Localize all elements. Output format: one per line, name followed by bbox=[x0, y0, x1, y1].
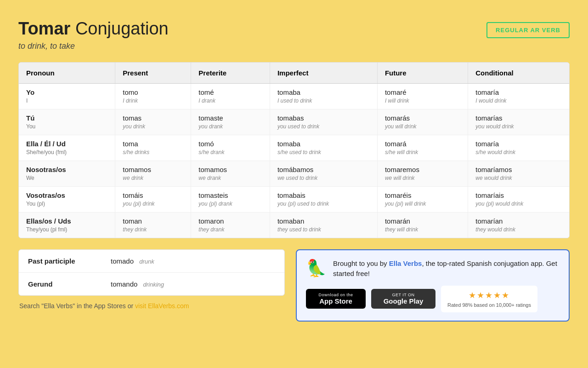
promo-text: Brought to you by Ella Verbs, the top-ra… bbox=[333, 259, 560, 279]
table-row: Vosotras/osYou (pl)tomáisyou (pl) drinkt… bbox=[19, 186, 569, 212]
participle-box: Past participle tomado drunk Gerund toma… bbox=[18, 249, 285, 296]
past-participle-label: Past participle bbox=[28, 257, 111, 265]
past-participle-value: tomado drunk bbox=[111, 257, 154, 265]
promo-box: 🦜 Brought to you by Ella Verbs, the top-… bbox=[296, 249, 570, 322]
conjugation-table-container: Pronoun Present Preterite Imperfect Futu… bbox=[18, 62, 570, 238]
bottom-row: Past participle tomado drunk Gerund toma… bbox=[18, 249, 570, 322]
cell-future: tomaréI will drink bbox=[377, 83, 468, 109]
ella-verbs-promo-link[interactable]: Ella Verbs bbox=[389, 259, 422, 267]
col-header-future: Future bbox=[377, 63, 468, 84]
past-participle-row: Past participle tomado drunk bbox=[19, 250, 284, 273]
cell-preterite: tomamoswe drank bbox=[191, 161, 270, 186]
cell-future: tomaréisyou (pl) will drink bbox=[377, 186, 468, 212]
table-header-row: Pronoun Present Preterite Imperfect Futu… bbox=[19, 63, 569, 84]
cell-preterite: tomasteyou drank bbox=[191, 109, 270, 135]
gerund-row: Gerund tomando drinking bbox=[19, 273, 284, 295]
page-subtitle: to drink, to take bbox=[18, 41, 169, 51]
gerund-label: Gerund bbox=[28, 280, 111, 288]
table-row: YoItomoI drinktoméI dranktomabaI used to… bbox=[19, 83, 569, 109]
cell-preterite: tomasteisyou (pl) drank bbox=[191, 186, 270, 212]
app-store-label-large: App Store bbox=[319, 297, 352, 305]
cell-pronoun: Nosotras/osWe bbox=[19, 161, 115, 186]
col-header-present: Present bbox=[115, 63, 191, 84]
col-header-pronoun: Pronoun bbox=[19, 63, 115, 84]
cell-preterite: toméI drank bbox=[191, 83, 270, 109]
cell-pronoun: YoI bbox=[19, 83, 115, 109]
gerund-value: tomando drinking bbox=[111, 280, 164, 288]
cell-pronoun: TúYou bbox=[19, 109, 115, 135]
cell-present: tomáisyou (pl) drink bbox=[115, 186, 191, 212]
left-bottom: Past participle tomado drunk Gerund toma… bbox=[18, 249, 285, 310]
table-row: Nosotras/osWetomamoswe drinktomamoswe dr… bbox=[19, 161, 569, 186]
cell-future: tomaránthey will drink bbox=[377, 212, 468, 238]
col-header-imperfect: Imperfect bbox=[270, 63, 377, 84]
cell-conditional: tomaríamoswe would drink bbox=[468, 161, 569, 186]
cell-conditional: tomaríanthey would drink bbox=[468, 212, 569, 238]
page-header: Tomar Conjugation to drink, to take REGU… bbox=[18, 18, 570, 51]
cell-imperfect: tomabaI used to drink bbox=[270, 83, 377, 109]
rating-stars: ★★★★★ bbox=[447, 290, 531, 300]
col-header-conditional: Conditional bbox=[468, 63, 569, 84]
cell-preterite: tomaronthey drank bbox=[191, 212, 270, 238]
cell-imperfect: tomabaisyou (pl) used to drink bbox=[270, 186, 377, 212]
cell-pronoun: Ella / Él / UdShe/he/you (fml) bbox=[19, 135, 115, 161]
rating-box: ★★★★★ Rated 98% based on 10,000+ ratings bbox=[441, 286, 537, 312]
cell-conditional: tomaríasyou would drink bbox=[468, 109, 569, 135]
cell-future: tomarás/he will drink bbox=[377, 135, 468, 161]
cell-imperfect: tomabas/he used to drink bbox=[270, 135, 377, 161]
app-store-label-small: Download on the bbox=[318, 293, 353, 297]
cell-conditional: tomarías/he would drink bbox=[468, 135, 569, 161]
cell-present: tomasyou drink bbox=[115, 109, 191, 135]
cell-conditional: tomaríaisyou (pl) would drink bbox=[468, 186, 569, 212]
google-play-button[interactable]: GET IT ON Google Play bbox=[371, 289, 435, 309]
cell-present: tomanthey drink bbox=[115, 212, 191, 238]
cell-imperfect: tomábamoswe used to drink bbox=[270, 161, 377, 186]
promo-icon: 🦜 bbox=[306, 259, 327, 278]
cell-conditional: tomaríaI would drink bbox=[468, 83, 569, 109]
conjugation-table: Pronoun Present Preterite Imperfect Futu… bbox=[19, 63, 569, 238]
cell-imperfect: tomabasyou used to drink bbox=[270, 109, 377, 135]
cell-present: tomoI drink bbox=[115, 83, 191, 109]
google-play-label-large: Google Play bbox=[384, 297, 424, 305]
ella-verbs-link[interactable]: visit EllaVerbs.com bbox=[135, 302, 189, 310]
cell-present: tomas/he drinks bbox=[115, 135, 191, 161]
cell-present: tomamoswe drink bbox=[115, 161, 191, 186]
cell-future: tomaremoswe will drink bbox=[377, 161, 468, 186]
google-play-label-small: GET IT ON bbox=[392, 293, 414, 297]
cell-imperfect: tomabanthey used to drink bbox=[270, 212, 377, 238]
cell-future: tomarásyou will drink bbox=[377, 109, 468, 135]
table-row: Ella / Él / UdShe/he/you (fml)tomas/he d… bbox=[19, 135, 569, 161]
cell-preterite: tomós/he drank bbox=[191, 135, 270, 161]
app-store-button[interactable]: Download on the App Store bbox=[306, 289, 366, 309]
col-header-preterite: Preterite bbox=[191, 63, 270, 84]
promo-buttons: Download on the App Store GET IT ON Goog… bbox=[306, 286, 560, 312]
table-row: Ellas/os / UdsThey/you (pl fml)tomanthey… bbox=[19, 212, 569, 238]
verb-type-badge: REGULAR AR VERB bbox=[486, 22, 570, 38]
page-title: Tomar Conjugation bbox=[18, 18, 169, 40]
rating-text: Rated 98% based on 10,000+ ratings bbox=[447, 302, 531, 308]
search-text: Search "Ella Verbs" in the App Stores or… bbox=[18, 302, 285, 310]
table-row: TúYoutomasyou drinktomasteyou dranktomab… bbox=[19, 109, 569, 135]
title-block: Tomar Conjugation to drink, to take bbox=[18, 18, 169, 51]
promo-header: 🦜 Brought to you by Ella Verbs, the top-… bbox=[306, 259, 560, 279]
cell-pronoun: Ellas/os / UdsThey/you (pl fml) bbox=[19, 212, 115, 238]
cell-pronoun: Vosotras/osYou (pl) bbox=[19, 186, 115, 212]
